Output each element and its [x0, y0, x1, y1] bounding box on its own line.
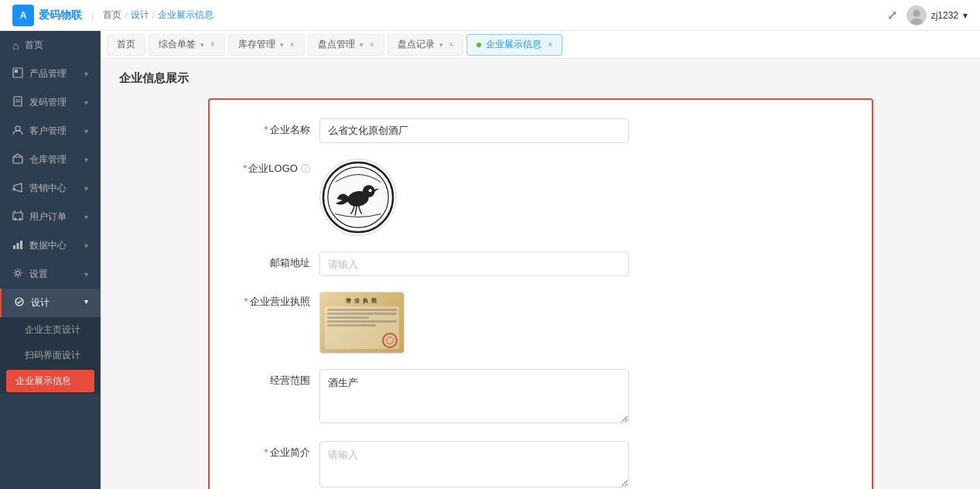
user-dropdown-arrow[interactable]: ▾ — [963, 10, 968, 21]
tab-stocktake-arrow[interactable]: ▾ — [360, 41, 364, 49]
tab-inventory-arrow[interactable]: ▾ — [280, 41, 284, 49]
logo-control — [319, 159, 629, 236]
breadcrumb: 首页 / 设计 / 企业展示信息 — [103, 9, 213, 22]
sidebar-item-customer[interactable]: 客户管理 ▾ — [0, 117, 101, 145]
sidebar-item-invoice[interactable]: 发码管理 ▾ — [0, 88, 101, 117]
main-layout: ⌂ 首页 产品管理 ▾ 发码管理 ▾ 客户管理 ▾ — [0, 31, 980, 489]
sidebar: ⌂ 首页 产品管理 ▾ 发码管理 ▾ 客户管理 ▾ — [0, 31, 101, 489]
license-label: *企业营业执照 — [241, 292, 310, 309]
sidebar-item-company-info[interactable]: 企业展示信息 — [6, 370, 94, 392]
required-star: * — [264, 124, 268, 135]
tab-general[interactable]: 综合单签 ▾ × — [149, 34, 225, 56]
logo-svg — [320, 159, 396, 236]
user-info[interactable]: zj1232 ▾ — [907, 5, 968, 26]
breadcrumb-home[interactable]: 首页 — [103, 9, 121, 22]
svg-point-8 — [15, 126, 20, 131]
sidebar-item-settings[interactable]: 设置 ▾ — [0, 260, 101, 289]
scope-textarea[interactable]: 酒生产 — [319, 369, 629, 423]
tab-stockrecord-close[interactable]: × — [449, 40, 454, 49]
breadcrumb-sep1: / — [125, 10, 127, 21]
breadcrumb-design[interactable]: 设计 — [131, 9, 149, 22]
sidebar-item-scan-design[interactable]: 扫码界面设计 — [0, 343, 101, 368]
license-line3 — [327, 316, 369, 319]
settings-arrow: ▾ — [84, 270, 88, 279]
tab-stocktake-close[interactable]: × — [370, 40, 374, 49]
app-name: 爱码物联 — [39, 9, 82, 22]
tab-company-close[interactable]: × — [548, 40, 552, 49]
tab-company-label: 企业展示信息 — [486, 38, 541, 51]
product-arrow: ▾ — [84, 70, 88, 78]
data-arrow: ▾ — [84, 241, 88, 250]
sidebar-submenu-design: 企业主页设计 扫码界面设计 企业展示信息 — [0, 317, 101, 394]
sidebar-item-home[interactable]: ⌂ 首页 — [0, 31, 101, 60]
content-area: 首页 综合单签 ▾ × 库存管理 ▾ × 盘点管理 ▾ × 盘点记录 ▾ × — [101, 31, 980, 489]
logo-label: *企业LOGO ⓘ — [241, 159, 310, 176]
svg-point-18 — [15, 298, 23, 306]
form-row-license: *企业营业执照 营 业 执 照 — [241, 292, 841, 354]
tab-home[interactable]: 首页 — [107, 34, 145, 56]
tab-general-close[interactable]: × — [210, 40, 215, 49]
tab-stocktake[interactable]: 盘点管理 ▾ × — [308, 34, 384, 56]
form-container: *企业名称 *企业LOGO ⓘ — [208, 98, 873, 489]
breadcrumb-sep2: / — [152, 10, 155, 21]
breadcrumb-current: 企业展示信息 — [158, 9, 213, 22]
form-row-company-name: *企业名称 — [241, 118, 841, 143]
tab-company[interactable]: 企业展示信息 × — [466, 34, 562, 56]
username: zj1232 — [931, 10, 958, 21]
required-star4: * — [264, 446, 268, 458]
sidebar-item-home-design[interactable]: 企业主页设计 — [0, 317, 101, 343]
form-row-logo: *企业LOGO ⓘ — [241, 159, 841, 236]
svg-point-13 — [19, 218, 22, 221]
intro-textarea[interactable] — [319, 441, 629, 487]
marketing-icon — [12, 182, 23, 195]
sidebar-item-design[interactable]: 设计 ▴ — [0, 289, 101, 317]
license-title-text: 营 业 执 照 — [325, 297, 399, 305]
license-stamp-inner — [386, 337, 394, 344]
sidebar-item-warehouse[interactable]: 仓库管理 ▾ — [0, 145, 101, 174]
scope-label: 经营范围 — [241, 369, 310, 388]
company-name-label: *企业名称 — [241, 118, 310, 137]
email-input[interactable] — [319, 251, 629, 276]
tab-inventory-label: 库存管理 — [238, 38, 275, 51]
svg-rect-15 — [17, 243, 19, 249]
design-icon — [14, 296, 25, 309]
svg-rect-16 — [20, 241, 22, 249]
tab-inventory-close[interactable]: × — [290, 40, 295, 49]
tab-general-arrow[interactable]: ▾ — [200, 41, 204, 49]
customer-arrow: ▾ — [84, 127, 88, 135]
sidebar-label-data: 数据中心 — [29, 239, 78, 252]
tab-home-label: 首页 — [117, 38, 135, 51]
license-upload[interactable]: 营 业 执 照 — [319, 292, 405, 354]
sidebar-label-warehouse: 仓库管理 — [29, 153, 78, 166]
tab-stockrecord[interactable]: 盘点记录 ▾ × — [388, 34, 464, 56]
warehouse-icon — [12, 153, 23, 166]
info-icon[interactable]: ⓘ — [301, 163, 310, 174]
sidebar-label-marketing: 营销中心 — [29, 182, 78, 195]
form-row-email: 邮箱地址 — [241, 251, 841, 276]
header-right: ⤢ zj1232 ▾ — [887, 5, 968, 26]
data-icon — [12, 239, 23, 252]
svg-point-23 — [368, 189, 371, 192]
tab-inventory[interactable]: 库存管理 ▾ × — [228, 34, 305, 56]
svg-point-2 — [910, 18, 922, 25]
company-name-input[interactable] — [319, 118, 629, 143]
invoice-icon — [12, 96, 23, 109]
sidebar-item-marketing[interactable]: 营销中心 ▾ — [0, 174, 101, 203]
logo-upload[interactable] — [319, 159, 397, 236]
tab-stockrecord-arrow[interactable]: ▾ — [439, 41, 443, 49]
sidebar-item-orders[interactable]: 用户订单 ▾ — [0, 203, 101, 231]
marketing-arrow: ▾ — [84, 184, 88, 193]
settings-icon — [12, 268, 23, 281]
license-line4 — [327, 320, 397, 323]
header-left: A 爱码物联 | 首页 / 设计 / 企业展示信息 — [12, 5, 213, 26]
svg-rect-14 — [13, 245, 15, 249]
expand-icon[interactable]: ⤢ — [887, 8, 897, 22]
invoice-arrow: ▾ — [84, 98, 88, 107]
orders-icon — [12, 210, 23, 224]
sidebar-item-product[interactable]: 产品管理 ▾ — [0, 60, 101, 88]
avatar — [907, 5, 927, 26]
form-row-scope: 经营范围 酒生产 — [241, 369, 841, 426]
design-arrow: ▴ — [84, 299, 88, 307]
sidebar-item-data[interactable]: 数据中心 ▾ — [0, 231, 101, 260]
email-label: 邮箱地址 — [241, 251, 310, 270]
